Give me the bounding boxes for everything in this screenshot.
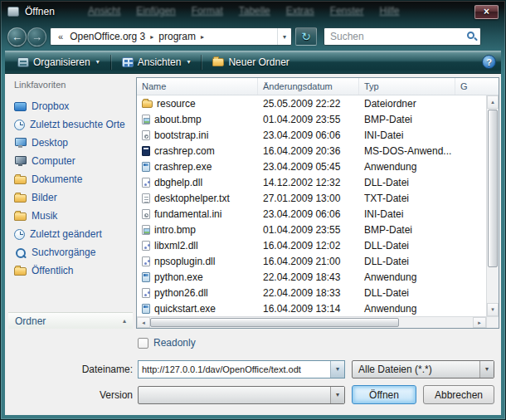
breadcrumb-overflow-button[interactable]: « <box>56 32 66 42</box>
filename-dropdown-button[interactable]: ▾ <box>330 361 344 378</box>
scroll-right-button[interactable]: ▸ <box>473 317 486 328</box>
file-row-quickstart-exe[interactable]: quickstart.exe16.04.2009 13:14Anwendung <box>137 300 486 316</box>
refresh-button[interactable]: ↻ <box>295 27 317 46</box>
favorites-list: DropboxZuletzt besuchte OrteDesktopCompu… <box>8 97 133 280</box>
app-file-icon <box>142 272 150 282</box>
file-name-cell: python26.dll <box>137 287 258 299</box>
readonly-checkbox[interactable] <box>138 338 148 349</box>
filetype-combo[interactable]: Alle Dateien (*.*) ▾ <box>352 360 494 378</box>
dialog-buttons: Öffnen Abbrechen <box>352 385 494 404</box>
window-title: Öffnen <box>25 6 55 17</box>
file-row-fundamental-ini[interactable]: fundamental.ini23.04.2009 06:06INI-Datei <box>137 206 486 222</box>
column-header-label: G <box>460 81 468 91</box>
sidebar-spacer <box>8 280 133 312</box>
file-name: libxml2.dll <box>154 240 198 252</box>
cancel-button[interactable]: Abbrechen <box>423 385 494 404</box>
file-type-cell: INI-Datei <box>359 129 455 141</box>
dll-file-icon <box>142 288 150 298</box>
file-row-dbghelp-dll[interactable]: dbghelp.dll14.12.2002 12:32DLL-Datei <box>137 174 486 190</box>
sidebar-item-zuletzt-besuchte-orte[interactable]: Zuletzt besuchte Orte <box>8 115 133 134</box>
scroll-left-button[interactable]: ◂ <box>137 317 150 328</box>
new-folder-button[interactable]: Neuer Ordner <box>205 52 296 72</box>
folders-expander[interactable]: Ordner ▴ <box>8 312 133 329</box>
column-header-label: Name <box>142 81 166 91</box>
sidebar-item-dokumente[interactable]: Dokumente <box>8 170 133 188</box>
chevron-right-icon: ▸ <box>478 320 481 326</box>
file-row-about-bmp[interactable]: about.bmp01.04.2009 23:55BMP-Datei <box>137 111 486 127</box>
vertical-scrollbar[interactable]: ▴ ▾ <box>486 95 499 316</box>
search-input[interactable] <box>324 28 480 45</box>
file-row-crashrep-com[interactable]: crashrep.com16.04.2009 20:36MS-DOS-Anwen… <box>137 143 486 159</box>
open-button[interactable]: Öffnen <box>352 385 416 404</box>
forward-button[interactable]: → <box>27 27 46 46</box>
horizontal-scrollbar[interactable]: ◂ ▸ <box>137 316 486 328</box>
address-dropdown-button[interactable]: ▾ <box>277 28 291 45</box>
sidebar-item-label: Musik <box>32 210 57 222</box>
file-row-resource[interactable]: resource25.05.2009 22:22Dateiordner <box>137 95 486 111</box>
file-row-crashrep-exe[interactable]: crashrep.exe23.04.2009 05:45Anwendung <box>137 159 486 174</box>
titlebar: Öffnen AnsichtEinfügenFormatTabelleExtra… <box>1 1 505 22</box>
chevron-down-icon: ▾ <box>491 306 494 313</box>
sidebar-item-zuletzt-geändert[interactable]: Zuletzt geändert <box>8 225 133 243</box>
background-menu-item: Extras <box>286 5 314 17</box>
file-date-cell: 22.04.2009 18:43 <box>258 271 359 283</box>
sidebar-item-dropbox[interactable]: Dropbox <box>8 97 133 115</box>
sidebar-item-bilder[interactable]: Bilder <box>8 188 133 207</box>
back-arrow-icon: ← <box>12 31 22 43</box>
file-type-cell: BMP-Datei <box>359 224 455 236</box>
file-date-cell: 16.04.2009 12:02 <box>258 240 359 252</box>
refresh-icon: ↻ <box>301 31 311 42</box>
back-button[interactable]: ← <box>7 27 27 46</box>
version-combo[interactable]: ▾ <box>138 386 345 404</box>
file-date-cell: 01.04.2009 23:55 <box>258 224 359 236</box>
folder-icon <box>14 176 27 184</box>
window-icon <box>7 7 19 17</box>
file-row-bootstrap-ini[interactable]: bootstrap.ini23.04.2009 06:06INI-Datei <box>137 127 486 143</box>
breadcrumb-segment-openoffice-org-3[interactable]: OpenOffice.org 3 <box>66 31 148 42</box>
chevron-down-icon: ▾ <box>283 33 286 41</box>
file-type-cell: DLL-Datei <box>359 177 455 188</box>
file-row-python-exe[interactable]: python.exe22.04.2009 18:43Anwendung <box>137 269 486 285</box>
file-row-libxml2-dll[interactable]: libxml2.dll16.04.2009 12:02DLL-Datei <box>137 237 486 253</box>
close-button[interactable]: × <box>474 5 499 19</box>
background-menu-item: Fenster <box>330 5 364 17</box>
file-name: intro.bmp <box>154 224 196 236</box>
sidebar-item-desktop[interactable]: Desktop <box>8 134 133 152</box>
breadcrumb-segment-program[interactable]: program <box>155 31 199 42</box>
background-menu-item: Tabelle <box>239 5 270 17</box>
file-name-cell: desktophelper.txt <box>137 193 258 204</box>
sidebar-item-musik[interactable]: Musik <box>8 207 133 225</box>
column-header-änderungsdatum[interactable]: Änderungsdatum <box>258 78 359 95</box>
readonly-row: Readonly <box>138 336 498 349</box>
file-row-python26-dll[interactable]: python26.dll22.04.2009 18:33DLL-Datei <box>137 285 486 300</box>
views-button[interactable]: Ansichten ▾ <box>114 52 198 72</box>
column-header-g[interactable]: G <box>455 78 499 95</box>
file-row-desktophelper-txt[interactable]: desktophelper.txt27.01.2009 13:00TXT-Dat… <box>137 190 486 206</box>
file-row-npsoplugin-dll[interactable]: npsoplugin.dll16.04.2009 21:00DLL-Datei <box>137 253 486 269</box>
help-button[interactable]: ? <box>482 55 496 69</box>
sidebar-item-computer[interactable]: Computer <box>8 152 133 170</box>
app-file-icon <box>142 304 150 314</box>
horizontal-scroll-thumb[interactable] <box>150 318 399 327</box>
filename-input[interactable] <box>139 361 330 378</box>
file-date-cell: 23.04.2009 06:06 <box>258 129 359 141</box>
sidebar-item-suchvorgänge[interactable]: Suchvorgänge <box>8 243 133 261</box>
filename-label: Dateiname: <box>8 364 133 375</box>
scroll-down-button[interactable]: ▾ <box>487 303 499 316</box>
filetype-dropdown-button[interactable]: ▾ <box>479 361 494 378</box>
column-header-name[interactable]: Name <box>137 78 258 95</box>
sidebar-item-label: Zuletzt geändert <box>30 228 102 240</box>
column-header-typ[interactable]: Typ <box>359 78 455 95</box>
organize-button[interactable]: Organisieren ▾ <box>10 52 107 72</box>
search-icon <box>14 247 27 258</box>
file-name: resource <box>157 98 196 110</box>
file-date-cell: 01.04.2009 23:55 <box>258 114 359 125</box>
scroll-up-button[interactable]: ▴ <box>487 95 499 109</box>
version-dropdown-button[interactable]: ▾ <box>330 387 344 403</box>
file-row-intro-bmp[interactable]: intro.bmp01.04.2009 23:55BMP-Datei <box>137 222 486 237</box>
file-date-cell: 25.05.2009 22:22 <box>258 98 359 110</box>
vertical-scroll-thumb[interactable] <box>488 110 498 267</box>
file-list-panel: NameÄnderungsdatumTypG resource25.05.200… <box>136 77 499 329</box>
sidebar-item-öffentlich[interactable]: Öffentlich <box>8 261 133 280</box>
file-type-cell: Dateiordner <box>359 98 455 110</box>
